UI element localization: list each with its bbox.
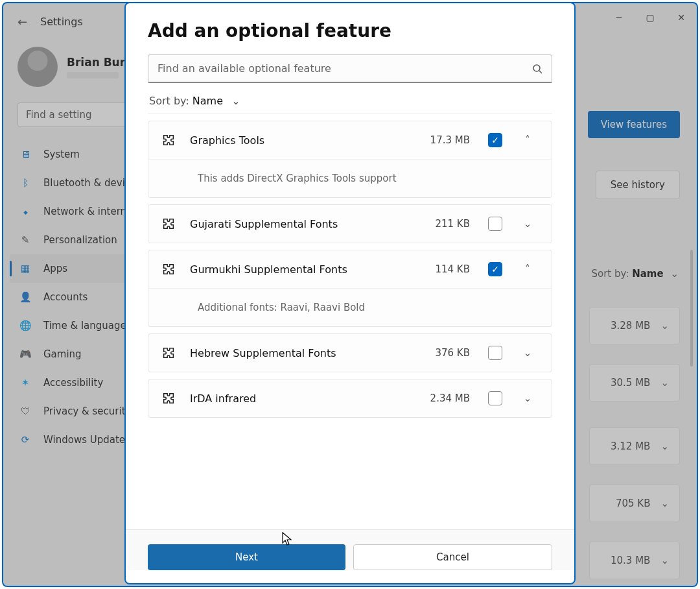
feature-size: 211 KB <box>435 218 470 230</box>
nav-icon: 🛡 <box>19 405 32 418</box>
chevron-down-icon: ⌄ <box>660 555 669 566</box>
feature-size: 17.3 MB <box>430 134 470 146</box>
feature-size: 376 KB <box>435 347 470 359</box>
feature-checkbox[interactable] <box>488 217 502 231</box>
scrollbar[interactable] <box>690 250 693 367</box>
see-history-button[interactable]: See history <box>596 171 680 199</box>
chevron-down-icon: ⌄ <box>670 268 679 280</box>
chevron-down-icon[interactable]: ⌄ <box>517 392 539 404</box>
nav-label: Windows Update <box>43 434 125 446</box>
nav-icon: ▦ <box>19 262 32 275</box>
feature-row[interactable]: Gujarati Supplemental Fonts 211 KB ⌄ <box>148 205 552 243</box>
chevron-down-icon[interactable]: ⌄ <box>517 347 539 359</box>
feature-list: Graphics Tools 17.3 MB ✓ ˄ This adds Dir… <box>148 114 552 529</box>
installed-feature-row[interactable]: 3.28 MB⌄ <box>589 307 680 344</box>
search-icon <box>532 64 542 74</box>
app-title: Settings <box>40 16 83 28</box>
nav-label: Accounts <box>43 291 88 303</box>
nav-label: Accessibility <box>43 377 103 389</box>
svg-point-0 <box>533 65 540 71</box>
nav-label: Personalization <box>43 234 117 246</box>
nav-icon: 👤 <box>19 291 32 304</box>
chevron-down-icon: ⌄ <box>231 95 240 107</box>
nav-icon: ✎ <box>19 234 32 246</box>
nav-label: System <box>43 149 80 160</box>
chevron-up-icon[interactable]: ˄ <box>517 263 539 275</box>
feature-checkbox[interactable] <box>488 346 502 360</box>
svg-line-1 <box>539 71 542 73</box>
nav-label: Gaming <box>43 348 82 360</box>
nav-label: Privacy & security <box>43 405 131 417</box>
cancel-button[interactable]: Cancel <box>353 544 552 570</box>
avatar <box>18 47 58 87</box>
back-icon[interactable]: ← <box>18 15 27 29</box>
installed-feature-row[interactable]: 10.3 MB⌄ <box>589 542 680 579</box>
puzzle-icon <box>161 217 176 231</box>
nav-label: Network & internet <box>43 206 136 217</box>
installed-feature-row[interactable]: 705 KB⌄ <box>589 485 680 522</box>
dialog-title: Add an optional feature <box>148 20 552 42</box>
nav-icon: ⟳ <box>19 433 32 446</box>
nav-label: Time & language <box>43 320 126 331</box>
feature-checkbox[interactable]: ✓ <box>488 133 502 147</box>
feature-row[interactable]: Gurmukhi Supplemental Fonts 114 KB ✓ ˄ <box>148 250 552 288</box>
view-features-button[interactable]: View features <box>588 111 680 138</box>
profile-name: Brian Bur <box>67 56 125 69</box>
feature-row[interactable]: IrDA infrared 2.34 MB ⌄ <box>148 379 552 417</box>
installed-feature-row[interactable]: 30.5 MB⌄ <box>589 364 680 402</box>
puzzle-icon <box>161 346 176 360</box>
nav-label: Apps <box>43 263 67 274</box>
feature-card: Graphics Tools 17.3 MB ✓ ˄ This adds Dir… <box>148 121 552 198</box>
nav-icon: ᛒ <box>19 176 32 189</box>
main-sort-by[interactable]: Sort by: Name ⌄ <box>591 268 679 280</box>
feature-row[interactable]: Hebrew Supplemental Fonts 376 KB ⌄ <box>148 334 552 372</box>
feature-search-input[interactable]: Find an available optional feature <box>148 54 552 83</box>
feature-name: Gujarati Supplemental Fonts <box>190 218 421 230</box>
feature-size: 2.34 MB <box>430 392 470 404</box>
feature-description: This adds DirectX Graphics Tools support <box>148 159 552 197</box>
installed-feature-row[interactable]: 3.12 MB⌄ <box>589 427 680 465</box>
nav-icon: ✶ <box>19 376 32 389</box>
feature-card: IrDA infrared 2.34 MB ⌄ <box>148 379 552 418</box>
feature-name: IrDA infrared <box>190 392 416 405</box>
chevron-down-icon: ⌄ <box>660 377 669 389</box>
chevron-down-icon: ⌄ <box>660 498 669 509</box>
chevron-down-icon[interactable]: ⌄ <box>517 218 539 230</box>
nav-icon: ⬥ <box>19 205 32 218</box>
feature-checkbox[interactable] <box>488 391 502 405</box>
feature-row[interactable]: Graphics Tools 17.3 MB ✓ ˄ <box>148 121 552 159</box>
feature-card: Hebrew Supplemental Fonts 376 KB ⌄ <box>148 333 552 372</box>
feature-checkbox[interactable]: ✓ <box>488 262 502 276</box>
nav-icon: 🌐 <box>19 319 32 332</box>
chevron-down-icon: ⌄ <box>660 320 669 331</box>
puzzle-icon <box>161 391 176 405</box>
puzzle-icon <box>161 262 176 276</box>
chevron-up-icon[interactable]: ˄ <box>517 134 539 146</box>
puzzle-icon <box>161 133 176 147</box>
feature-description: Additional fonts: Raavi, Raavi Bold <box>148 288 552 326</box>
feature-name: Hebrew Supplemental Fonts <box>190 347 421 359</box>
feature-name: Gurmukhi Supplemental Fonts <box>190 263 421 276</box>
profile-email-placeholder <box>67 72 119 78</box>
next-button[interactable]: Next <box>148 544 345 570</box>
nav-icon: 🎮 <box>19 348 32 361</box>
nav-icon: 🖥 <box>19 148 32 161</box>
feature-card: Gurmukhi Supplemental Fonts 114 KB ✓ ˄ A… <box>148 250 552 327</box>
dialog-sort-by[interactable]: Sort by: Name ⌄ <box>149 95 552 107</box>
chevron-down-icon: ⌄ <box>660 440 669 452</box>
feature-card: Gujarati Supplemental Fonts 211 KB ⌄ <box>148 204 552 243</box>
feature-name: Graphics Tools <box>190 134 416 147</box>
feature-size: 114 KB <box>435 263 470 275</box>
add-feature-dialog: Add an optional feature Find an availabl… <box>124 2 576 584</box>
